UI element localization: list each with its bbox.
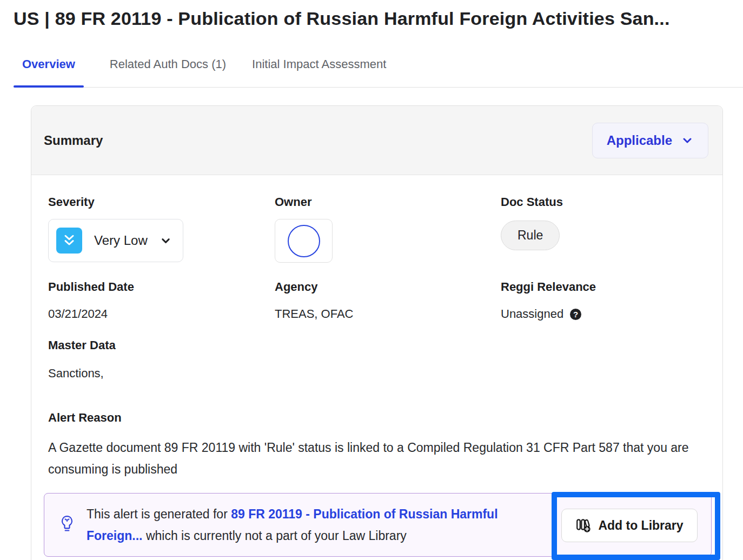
summary-card-header: Summary Applicable — [31, 106, 722, 175]
tab-bar: Overview Related Auth Docs (1) Initial I… — [14, 57, 743, 88]
lightbulb-icon — [59, 514, 75, 536]
law-library-alert-banner: This alert is generated for 89 FR 20119 … — [44, 493, 712, 557]
reggi-relevance-field: Reggi Relevance Unassigned ? — [501, 280, 711, 321]
summary-card: Summary Applicable Severity Very Low — [31, 105, 723, 560]
agency-label: Agency — [275, 280, 501, 294]
master-data-value: Sanctions, — [48, 366, 711, 381]
severity-label: Severity — [48, 195, 275, 209]
agency-value: TREAS, OFAC — [275, 307, 501, 321]
agency-field: Agency TREAS, OFAC — [275, 280, 501, 321]
applicable-label: Applicable — [607, 133, 672, 148]
alert-reason-text: A Gazette document 89 FR 20119 with 'Rul… — [48, 437, 708, 480]
severity-value: Very Low — [94, 233, 148, 248]
applicable-dropdown-button[interactable]: Applicable — [592, 123, 708, 158]
banner-text-prefix: This alert is generated for — [87, 507, 231, 521]
master-data-label: Master Data — [48, 338, 711, 352]
master-data-field: Master Data Sanctions, — [48, 338, 711, 381]
severity-very-low-icon — [56, 228, 82, 254]
owner-field: Owner — [275, 195, 501, 263]
owner-label: Owner — [275, 195, 501, 209]
published-date-field: Published Date 03/21/2024 — [48, 280, 275, 321]
add-to-library-button[interactable]: Add to Library — [561, 509, 698, 542]
tab-related-auth-docs[interactable]: Related Auth Docs (1) — [110, 57, 226, 87]
tab-overview[interactable]: Overview — [14, 57, 84, 87]
chevron-down-icon — [160, 235, 172, 247]
tab-initial-impact-assessment[interactable]: Initial Impact Assessment — [252, 57, 386, 87]
help-icon[interactable]: ? — [570, 309, 581, 320]
alert-reason-field: Alert Reason A Gazette document 89 FR 20… — [48, 411, 711, 480]
severity-field: Severity Very Low — [48, 195, 275, 263]
avatar — [288, 225, 320, 257]
doc-status-label: Doc Status — [501, 195, 711, 209]
owner-avatar-button[interactable] — [275, 219, 333, 263]
banner-text-suffix: which is currently not a part of your La… — [143, 529, 407, 543]
doc-status-badge: Rule — [501, 221, 560, 250]
summary-title: Summary — [44, 133, 103, 148]
add-to-library-icon — [575, 517, 592, 534]
published-date-value: 03/21/2024 — [48, 307, 275, 321]
add-to-library-label: Add to Library — [598, 518, 683, 533]
chevron-down-icon — [681, 134, 694, 147]
summary-card-body: Severity Very Low Owner — [31, 175, 722, 560]
page-title: US | 89 FR 20119 - Publication of Russia… — [14, 6, 738, 30]
published-date-label: Published Date — [48, 280, 275, 294]
doc-status-field: Doc Status Rule — [501, 195, 711, 263]
banner-message: This alert is generated for 89 FR 20119 … — [87, 503, 525, 546]
alert-reason-label: Alert Reason — [48, 411, 711, 425]
reggi-relevance-label: Reggi Relevance — [501, 280, 711, 294]
severity-dropdown[interactable]: Very Low — [48, 219, 183, 262]
reggi-relevance-value: Unassigned — [501, 307, 563, 321]
